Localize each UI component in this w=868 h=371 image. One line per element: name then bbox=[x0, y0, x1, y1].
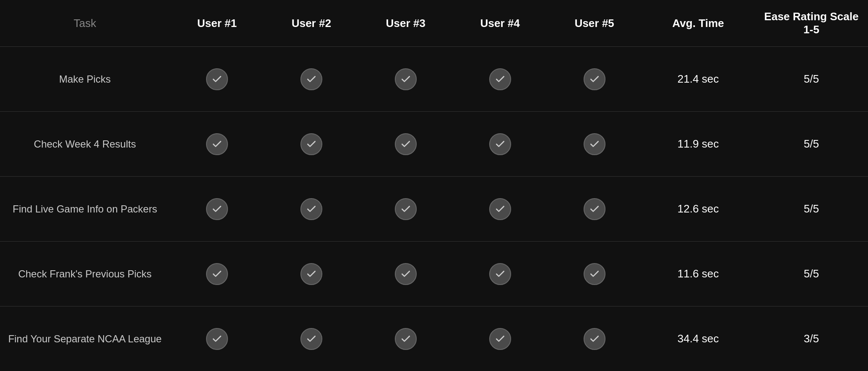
check-cell-row2-user4 bbox=[453, 177, 547, 242]
check-cell-row0-user2 bbox=[264, 47, 359, 112]
ease-rating-row3: 5/5 bbox=[755, 242, 868, 306]
check-icon-row3-user1 bbox=[206, 263, 228, 285]
check-icon-row3-user5 bbox=[584, 263, 605, 285]
avg-time-row2: 12.6 sec bbox=[642, 177, 755, 242]
check-cell-row1-user4 bbox=[453, 112, 547, 177]
check-icon-row0-user3 bbox=[395, 68, 417, 90]
check-cell-row1-user2 bbox=[264, 112, 359, 177]
col-header-task: Task bbox=[0, 0, 170, 47]
table-row: Make Picks 21.4 sec5/5 bbox=[0, 47, 868, 112]
check-cell-row4-user5 bbox=[547, 306, 642, 371]
col-header-user3: User #3 bbox=[359, 0, 453, 47]
avg-time-row0: 21.4 sec bbox=[642, 47, 755, 112]
check-icon-row0-user1 bbox=[206, 68, 228, 90]
check-cell-row0-user4 bbox=[453, 47, 547, 112]
table-row: Find Live Game Info on Packers 12.6 sec5… bbox=[0, 177, 868, 242]
check-icon-row3-user4 bbox=[489, 263, 511, 285]
task-label-0: Make Picks bbox=[0, 47, 170, 112]
table-row: Check Frank's Previous Picks 11.6 sec5/5 bbox=[0, 242, 868, 306]
check-cell-row3-user4 bbox=[453, 242, 547, 306]
check-cell-row4-user3 bbox=[359, 306, 453, 371]
col-header-avg-time: Avg. Time bbox=[642, 0, 755, 47]
col-header-user5: User #5 bbox=[547, 0, 642, 47]
check-icon-row0-user2 bbox=[300, 68, 322, 90]
check-cell-row2-user1 bbox=[170, 177, 264, 242]
check-cell-row4-user1 bbox=[170, 306, 264, 371]
header-row: Task User #1 User #2 User #3 User #4 Use… bbox=[0, 0, 868, 47]
check-cell-row3-user1 bbox=[170, 242, 264, 306]
ease-rating-row4: 3/5 bbox=[755, 306, 868, 371]
check-icon-row4-user5 bbox=[584, 328, 605, 350]
avg-time-row3: 11.6 sec bbox=[642, 242, 755, 306]
check-icon-row2-user2 bbox=[300, 198, 322, 220]
check-cell-row4-user2 bbox=[264, 306, 359, 371]
avg-time-row1: 11.9 sec bbox=[642, 112, 755, 177]
check-icon-row1-user3 bbox=[395, 133, 417, 155]
check-icon-row1-user5 bbox=[584, 133, 605, 155]
table-row: Check Week 4 Results 11.9 sec5/5 bbox=[0, 112, 868, 177]
check-cell-row2-user5 bbox=[547, 177, 642, 242]
ease-rating-row2: 5/5 bbox=[755, 177, 868, 242]
check-icon-row4-user1 bbox=[206, 328, 228, 350]
check-cell-row2-user2 bbox=[264, 177, 359, 242]
check-cell-row1-user5 bbox=[547, 112, 642, 177]
col-header-ease-rating: Ease Rating Scale 1-5 bbox=[755, 0, 868, 47]
check-cell-row0-user5 bbox=[547, 47, 642, 112]
check-icon-row1-user2 bbox=[300, 133, 322, 155]
check-icon-row4-user4 bbox=[489, 328, 511, 350]
check-cell-row3-user2 bbox=[264, 242, 359, 306]
ease-rating-row0: 5/5 bbox=[755, 47, 868, 112]
task-label-4: Find Your Separate NCAA League bbox=[0, 306, 170, 371]
ease-rating-row1: 5/5 bbox=[755, 112, 868, 177]
check-cell-row2-user3 bbox=[359, 177, 453, 242]
check-cell-row1-user3 bbox=[359, 112, 453, 177]
check-cell-row1-user1 bbox=[170, 112, 264, 177]
table-container: Task User #1 User #2 User #3 User #4 Use… bbox=[0, 0, 868, 371]
check-icon-row3-user2 bbox=[300, 263, 322, 285]
check-cell-row4-user4 bbox=[453, 306, 547, 371]
check-icon-row2-user3 bbox=[395, 198, 417, 220]
check-cell-row0-user3 bbox=[359, 47, 453, 112]
check-icon-row1-user4 bbox=[489, 133, 511, 155]
check-icon-row2-user5 bbox=[584, 198, 605, 220]
check-cell-row3-user3 bbox=[359, 242, 453, 306]
check-icon-row0-user5 bbox=[584, 68, 605, 90]
check-icon-row2-user1 bbox=[206, 198, 228, 220]
check-icon-row1-user1 bbox=[206, 133, 228, 155]
check-icon-row0-user4 bbox=[489, 68, 511, 90]
check-cell-row0-user1 bbox=[170, 47, 264, 112]
avg-time-row4: 34.4 sec bbox=[642, 306, 755, 371]
task-label-2: Find Live Game Info on Packers bbox=[0, 177, 170, 242]
col-header-user2: User #2 bbox=[264, 0, 359, 47]
check-icon-row4-user3 bbox=[395, 328, 417, 350]
check-icon-row4-user2 bbox=[300, 328, 322, 350]
check-cell-row3-user5 bbox=[547, 242, 642, 306]
col-header-user1: User #1 bbox=[170, 0, 264, 47]
check-icon-row3-user3 bbox=[395, 263, 417, 285]
table-row: Find Your Separate NCAA League 34.4 sec3… bbox=[0, 306, 868, 371]
task-label-3: Check Frank's Previous Picks bbox=[0, 242, 170, 306]
check-icon-row2-user4 bbox=[489, 198, 511, 220]
task-label-1: Check Week 4 Results bbox=[0, 112, 170, 177]
col-header-user4: User #4 bbox=[453, 0, 547, 47]
data-table: Task User #1 User #2 User #3 User #4 Use… bbox=[0, 0, 868, 371]
